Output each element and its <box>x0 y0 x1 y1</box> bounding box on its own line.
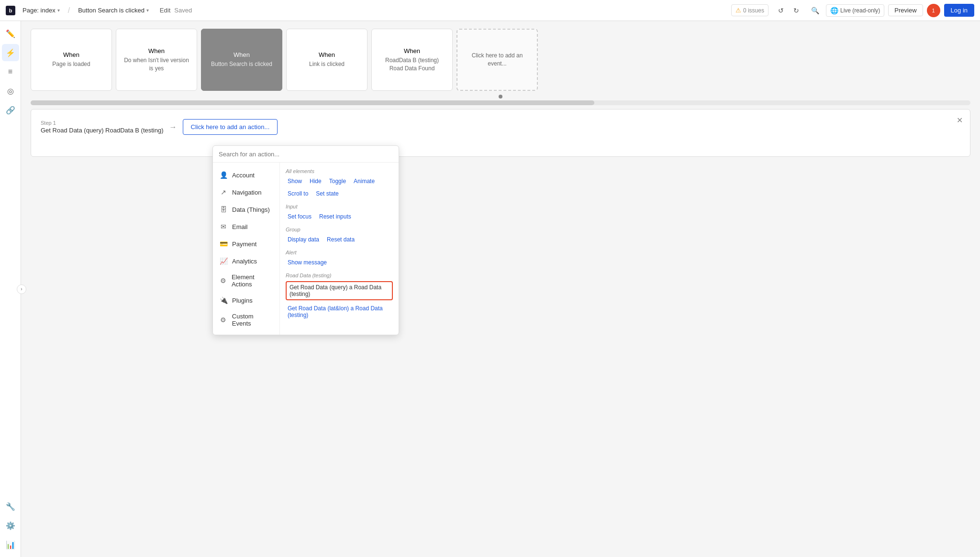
page-selector[interactable]: Page: index ▾ <box>19 5 63 16</box>
section-items: Set focus Reset inputs <box>286 212 393 221</box>
close-button[interactable]: ✕ <box>955 115 964 125</box>
step-label: Step 1 <box>41 120 164 126</box>
data-icon: 🗄 <box>219 205 228 214</box>
event-card-page-loaded[interactable]: When Page is loaded <box>31 29 112 91</box>
sidebar-item-settings[interactable]: ⚙️ <box>2 517 19 534</box>
dropdown-category-list: 👤 Account ↗ Navigation 🗄 Data (Things) ✉… <box>213 163 280 335</box>
section-items: Show message <box>286 258 393 267</box>
category-navigation[interactable]: ↗ Navigation <box>213 184 279 201</box>
category-data-things[interactable]: 🗄 Data (Things) <box>213 201 279 218</box>
action-hide[interactable]: Hide <box>308 177 323 186</box>
scroll-dot <box>499 95 502 98</box>
globe-icon: 🌐 <box>830 7 838 14</box>
navigation-icon: ↗ <box>219 187 228 197</box>
category-plugins[interactable]: 🔌 Plugins <box>213 292 279 309</box>
category-label: Navigation <box>232 189 261 196</box>
login-button[interactable]: Log in <box>944 4 974 17</box>
page-chevron-icon: ▾ <box>57 8 60 13</box>
action-show[interactable]: Show <box>286 177 304 186</box>
event-card-link-clicked[interactable]: When Link is clicked <box>286 29 368 91</box>
step-block: Step 1 Get Road Data (query) RoadData B … <box>41 120 164 134</box>
email-icon: ✉ <box>219 222 228 231</box>
action-get-road-data-query[interactable]: Get Road Data (query) a Road Data (testi… <box>286 281 393 300</box>
workflow-area: ✕ Step 1 Get Road Data (query) RoadData … <box>31 109 970 157</box>
section-title: Alert <box>286 250 393 255</box>
sidebar-item-tools[interactable]: 🔧 <box>2 498 19 515</box>
section-input: Input Set focus Reset inputs <box>286 204 393 221</box>
issues-count: 0 issues <box>743 7 764 14</box>
separator: / <box>68 6 70 15</box>
category-label: Element Actions <box>232 273 274 288</box>
add-action-button[interactable]: Click here to add an action... <box>183 119 278 135</box>
sidebar-item-data[interactable]: 📊 <box>2 536 19 553</box>
analytics-icon: 📈 <box>219 256 228 266</box>
element-actions-icon: ⚙ <box>219 276 228 285</box>
action-scroll-to[interactable]: Scroll to <box>286 189 310 198</box>
event-card-button-search[interactable]: When Button Search is clicked <box>201 29 282 91</box>
undo-redo-group: ↺ ↻ <box>774 4 803 17</box>
sidebar-item-elements[interactable]: ≡ <box>2 63 19 80</box>
sidebar-expand-button[interactable]: › <box>17 284 26 294</box>
action-reset-inputs[interactable]: Reset inputs <box>317 212 353 221</box>
category-label: Data (Things) <box>232 206 270 213</box>
undo-button[interactable]: ↺ <box>774 4 788 17</box>
action-set-state[interactable]: Set state <box>314 189 340 198</box>
section-all-elements: All elements Show Hide Toggle Animate Sc… <box>286 168 393 198</box>
sidebar-item-plugins[interactable]: 🔗 <box>2 101 19 119</box>
preview-button[interactable]: Preview <box>888 4 923 16</box>
account-icon: 👤 <box>219 170 228 180</box>
sidebar-item-styles[interactable]: ◎ <box>2 82 19 99</box>
issues-button[interactable]: ⚠ 0 issues <box>731 4 768 16</box>
workflow-selector[interactable]: Button Search is clicked ▾ <box>75 5 152 16</box>
action-dropdown: 👤 Account ↗ Navigation 🗄 Data (Things) ✉… <box>212 145 399 335</box>
action-animate[interactable]: Animate <box>352 177 377 186</box>
redo-button[interactable]: ↻ <box>790 4 803 17</box>
live-status-button[interactable]: 🌐 Live (read-only) <box>826 4 884 17</box>
section-road-data: Road Data (testing) Get Road Data (query… <box>286 273 393 319</box>
section-items: Show Hide Toggle Animate Scroll to Set s… <box>286 177 393 198</box>
category-account[interactable]: 👤 Account <box>213 166 279 184</box>
action-reset-data[interactable]: Reset data <box>325 235 356 244</box>
event-desc: RoadData B (testing) Road Data Found <box>378 56 446 73</box>
event-card-add-new[interactable]: Click here to add an event... <box>457 29 538 91</box>
action-show-message[interactable]: Show message <box>286 258 329 267</box>
action-display-data[interactable]: Display data <box>286 235 321 244</box>
left-sidebar: ✏️ ⚡ ≡ ◎ 🔗 🔧 ⚙️ 📊 › <box>0 21 21 557</box>
dropdown-search-area <box>213 146 399 163</box>
event-when-label: When <box>148 47 165 55</box>
event-desc: Button Search is clicked <box>211 60 272 68</box>
category-analytics[interactable]: 📈 Analytics <box>213 252 279 270</box>
sidebar-item-edit[interactable]: ✏️ <box>2 25 19 42</box>
category-payment[interactable]: 💳 Payment <box>213 235 279 252</box>
edit-label: Edit <box>160 7 170 14</box>
notif-count: 1 <box>932 8 935 13</box>
action-get-road-data-latlon[interactable]: Get Road Data (lat&lon) a Road Data (tes… <box>286 304 393 319</box>
payment-icon: 💳 <box>219 239 228 249</box>
sidebar-item-workflow[interactable]: ⚡ <box>2 44 19 61</box>
section-title: Input <box>286 204 393 209</box>
event-card-roaddata[interactable]: When RoadData B (testing) Road Data Foun… <box>371 29 453 91</box>
svg-text:b: b <box>9 8 12 13</box>
section-alert: Alert Show message <box>286 250 393 267</box>
action-toggle[interactable]: Toggle <box>327 177 348 186</box>
dropdown-body: 👤 Account ↗ Navigation 🗄 Data (Things) ✉… <box>213 163 399 335</box>
event-add-desc: Click here to add an event... <box>463 52 531 68</box>
action-search-input[interactable] <box>219 151 393 158</box>
custom-events-icon: ⚙ <box>219 315 228 325</box>
event-card-do-when[interactable]: When Do when Isn't live version is yes <box>116 29 197 91</box>
notification-button[interactable]: 1 <box>927 4 940 17</box>
step-content: Get Road Data (query) RoadData B (testin… <box>41 127 164 134</box>
warning-icon: ⚠ <box>735 7 741 14</box>
category-label: Payment <box>232 240 256 248</box>
topbar: b Page: index ▾ / Button Search is click… <box>0 0 980 21</box>
category-custom-events[interactable]: ⚙ Custom Events <box>213 309 279 331</box>
action-set-focus[interactable]: Set focus <box>286 212 313 221</box>
category-element-actions[interactable]: ⚙ Element Actions <box>213 270 279 292</box>
search-button[interactable]: 🔍 <box>809 4 822 17</box>
app-logo: b <box>6 6 15 15</box>
category-email[interactable]: ✉ Email <box>213 218 279 235</box>
horizontal-scrollbar[interactable] <box>31 100 970 105</box>
section-title: All elements <box>286 168 393 174</box>
plugins-icon: 🔌 <box>219 295 228 305</box>
page-label: Page: index <box>22 7 56 14</box>
